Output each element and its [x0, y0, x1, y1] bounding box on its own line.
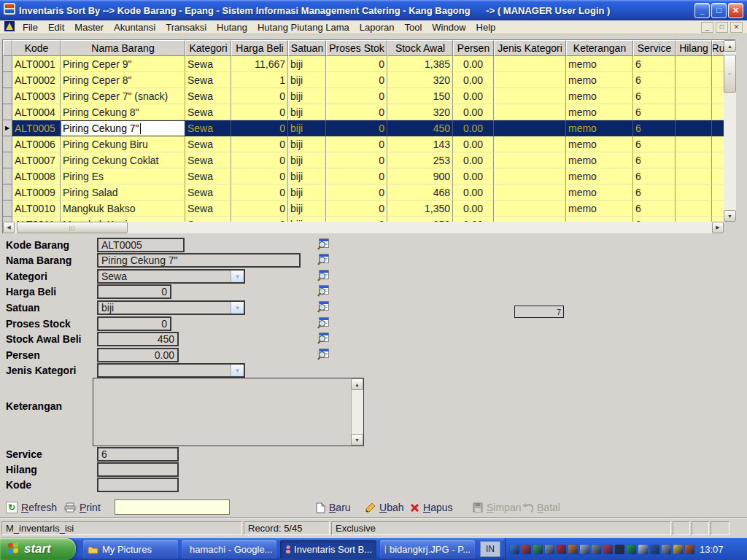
cell-keterangan[interactable]: memo	[566, 217, 633, 222]
cell-persen[interactable]: 0.00	[453, 184, 494, 201]
menu-akuntansi[interactable]: Akuntansi	[109, 21, 160, 34]
cell-keterangan[interactable]: memo	[566, 184, 633, 201]
cell-kategori[interactable]: Sewa	[185, 120, 231, 136]
column-header-proses-stok[interactable]: Proses Stok	[326, 40, 387, 56]
cell-stock-awal[interactable]: 900	[387, 168, 453, 184]
cell-kode[interactable]: ALT0009	[12, 184, 61, 201]
keterangan-textarea[interactable]: ▲▼	[93, 378, 364, 446]
cell-jenis-kategori[interactable]	[494, 217, 566, 222]
lookup-search-icon[interactable]	[317, 238, 329, 251]
hamachi-green-icon[interactable]	[627, 545, 636, 554]
cell-satuan[interactable]: biji	[288, 201, 326, 217]
cell-ru[interactable]	[712, 104, 724, 120]
cell-proses-stok[interactable]: 0	[326, 88, 387, 104]
cell-persen[interactable]: 0.00	[453, 136, 494, 152]
cell-nama-barang[interactable]: Piring Cekung Coklat	[61, 152, 185, 168]
cell-kode[interactable]: ALT0002	[12, 72, 61, 88]
field-input-kode-barang[interactable]: ALT0005	[97, 238, 185, 252]
cell-keterangan[interactable]: memo	[566, 201, 633, 217]
column-header-harga-beli[interactable]: Harga Beli	[231, 40, 288, 56]
mdi-minimize-button[interactable]: _	[701, 22, 713, 33]
cell-service[interactable]: 6	[633, 168, 676, 184]
cell-service[interactable]: 6	[633, 136, 676, 152]
table-row[interactable]: ALT0006Piring Cekung BiruSewa0biji01430.…	[3, 136, 724, 152]
cell-jenis-kategori[interactable]	[494, 184, 566, 201]
cell-service[interactable]: 6	[633, 120, 676, 136]
table-row[interactable]: ALT0009Piring SaladSewa0biji04680.00memo…	[3, 184, 724, 201]
cell-kategori[interactable]: Sewa	[185, 201, 231, 217]
cell-satuan[interactable]: biji	[288, 72, 326, 88]
cell-hilang[interactable]	[676, 184, 712, 201]
quick-search-input[interactable]	[115, 499, 230, 515]
scroll-left-icon[interactable]: ◀	[3, 222, 15, 233]
cell-harga-beli[interactable]: 0	[231, 217, 288, 222]
cell-nama-barang[interactable]: Piring Ceper 9"	[61, 56, 185, 72]
cell-satuan[interactable]: biji	[288, 56, 326, 72]
taskbar-task-inventaris-sort-b[interactable]: Inventaris Sort B...	[280, 540, 376, 559]
messenger-icon[interactable]	[673, 545, 683, 554]
cell-service[interactable]: 6	[633, 72, 676, 88]
cell-harga-beli[interactable]: 0	[231, 136, 288, 152]
field-input-harga-beli[interactable]: 0	[97, 284, 171, 299]
table-row[interactable]: ▶ALT0005Piring Cekung 7"Sewa0biji04500.0…	[3, 120, 724, 136]
menu-help[interactable]: Help	[471, 21, 501, 34]
lookup-search-icon[interactable]	[317, 285, 329, 298]
taskbar-task-hamachi-google[interactable]: hamachi - Google...	[182, 540, 276, 559]
cell-keterangan[interactable]: memo	[566, 88, 633, 104]
field-input-jenis-kategori[interactable]: ▼	[97, 363, 245, 378]
cell-nama-barang[interactable]: Mangkuk Kuning	[61, 217, 185, 222]
cell-hilang[interactable]	[676, 88, 712, 104]
cell-nama-barang[interactable]: Piring Cekung 7"	[61, 120, 185, 136]
cell-proses-stok[interactable]: 0	[326, 120, 387, 136]
security-alert-icon[interactable]	[557, 545, 566, 554]
lookup-search-icon[interactable]	[317, 270, 329, 282]
cell-jenis-kategori[interactable]	[494, 104, 566, 120]
recorder-icon[interactable]	[615, 545, 624, 554]
cell-persen[interactable]: 0.00	[453, 56, 494, 72]
field-input-proses-stock[interactable]: 0	[97, 316, 171, 331]
cell-stock-awal[interactable]: 250	[387, 217, 453, 222]
print-button[interactable]: Print	[64, 500, 101, 515]
cell-hilang[interactable]	[676, 136, 712, 152]
cell-service[interactable]: 6	[633, 104, 676, 120]
cell-stock-awal[interactable]: 1,350	[387, 201, 453, 217]
cell-persen[interactable]: 0.00	[453, 168, 494, 184]
cell-persen[interactable]: 0.00	[453, 217, 494, 222]
field-input-hilang[interactable]	[97, 462, 179, 477]
scroll-down-icon[interactable]: ▼	[351, 434, 363, 446]
cell-service[interactable]: 6	[633, 217, 676, 222]
network-activity-icon[interactable]	[510, 545, 519, 554]
menu-hutang-piutang-lama[interactable]: Hutang Piutang Lama	[252, 21, 355, 34]
cell-ru[interactable]	[712, 152, 724, 168]
mdi-child-icon[interactable]	[4, 21, 15, 34]
scroll-down-icon[interactable]: ▼	[724, 210, 736, 222]
chevron-down-icon[interactable]: ▼	[231, 271, 244, 282]
cell-stock-awal[interactable]: 150	[387, 88, 453, 104]
cell-harga-beli[interactable]: 0	[231, 104, 288, 120]
cell-service[interactable]: 6	[633, 201, 676, 217]
lookup-search-icon[interactable]	[317, 332, 329, 345]
cell-proses-stok[interactable]: 0	[326, 152, 387, 168]
lookup-search-icon[interactable]	[317, 301, 329, 314]
hscroll-thumb[interactable]: |||	[17, 222, 128, 233]
cell-satuan[interactable]: biji	[288, 168, 326, 184]
chevron-down-icon[interactable]: ▼	[231, 365, 244, 376]
cell-harga-beli[interactable]: 11,667	[231, 56, 288, 72]
field-input-service[interactable]: 6	[97, 447, 179, 462]
cell-stock-awal[interactable]: 320	[387, 104, 453, 120]
menu-transaksi[interactable]: Transaksi	[160, 21, 212, 34]
cell-nama-barang[interactable]: Piring Salad	[61, 184, 185, 201]
restore-button[interactable]: □	[711, 3, 727, 18]
app-icon[interactable]	[4, 3, 15, 18]
cell-harga-beli[interactable]: 0	[231, 184, 288, 201]
chevron-down-icon[interactable]: ▼	[231, 302, 244, 314]
cell-proses-stok[interactable]: 0	[326, 56, 387, 72]
cell-jenis-kategori[interactable]	[494, 56, 566, 72]
cell-service[interactable]: 6	[633, 56, 676, 72]
cell-satuan[interactable]: biji	[288, 104, 326, 120]
table-row-partial[interactable]: ALT0011Mangkuk KuningSewa0biji02500.00me…	[3, 217, 724, 222]
cell-persen[interactable]: 0.00	[453, 88, 494, 104]
field-input-kode[interactable]	[97, 478, 179, 492]
cell-hilang[interactable]	[676, 120, 712, 136]
vscroll-thumb[interactable]: =	[724, 55, 736, 93]
